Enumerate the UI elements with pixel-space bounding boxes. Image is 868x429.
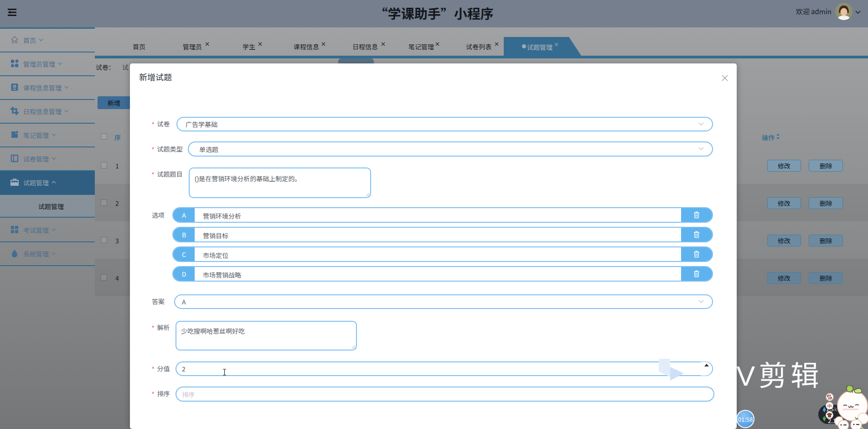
svg-text:k: k (834, 405, 837, 413)
svg-text:中: 中 (827, 402, 832, 409)
